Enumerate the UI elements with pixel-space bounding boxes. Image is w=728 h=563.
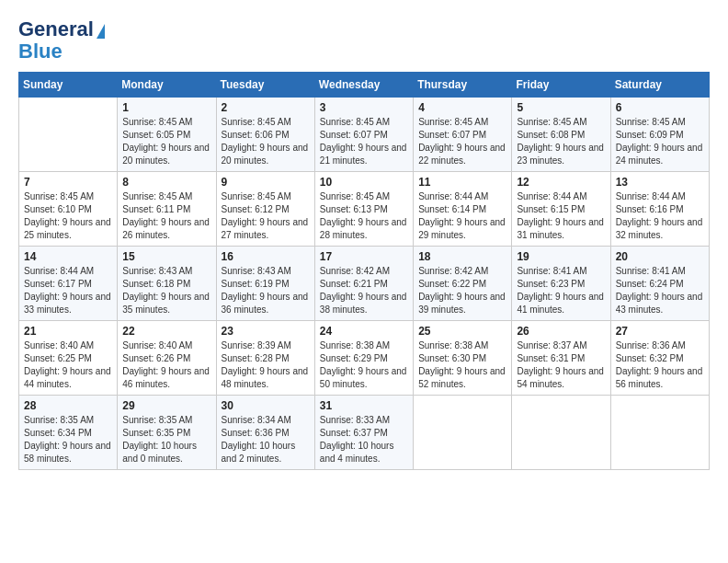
day-info: Sunrise: 8:45 AMSunset: 6:07 PMDaylight:… (418, 116, 506, 167)
calendar-cell (19, 98, 118, 172)
calendar-cell: 25Sunrise: 8:38 AMSunset: 6:30 PMDayligh… (414, 321, 512, 396)
day-number: 19 (517, 250, 605, 263)
day-number: 26 (517, 325, 605, 338)
day-number: 3 (320, 101, 408, 114)
logo-blue: Blue (18, 40, 63, 63)
day-info: Sunrise: 8:43 AMSunset: 6:18 PMDaylight:… (122, 265, 210, 316)
day-info: Sunrise: 8:38 AMSunset: 6:30 PMDaylight:… (418, 339, 506, 391)
day-number: 29 (122, 399, 210, 412)
calendar-table: SundayMondayTuesdayWednesdayThursdayFrid… (18, 72, 710, 470)
calendar-week-row: 14Sunrise: 8:44 AMSunset: 6:17 PMDayligh… (19, 247, 710, 321)
day-number: 30 (222, 399, 310, 412)
day-number: 27 (616, 325, 704, 338)
logo-general: General (18, 18, 94, 40)
day-number: 17 (320, 250, 408, 263)
day-number: 11 (418, 176, 506, 189)
day-info: Sunrise: 8:45 AMSunset: 6:05 PMDaylight:… (122, 116, 210, 167)
calendar-cell: 29Sunrise: 8:35 AMSunset: 6:35 PMDayligh… (118, 396, 216, 470)
day-info: Sunrise: 8:45 AMSunset: 6:10 PMDaylight:… (24, 190, 112, 242)
calendar-cell: 9Sunrise: 8:45 AMSunset: 6:12 PMDaylight… (216, 172, 314, 247)
weekday-header-row: SundayMondayTuesdayWednesdayThursdayFrid… (19, 73, 710, 98)
calendar-cell: 6Sunrise: 8:45 AMSunset: 6:09 PMDaylight… (610, 98, 709, 172)
calendar-week-row: 1Sunrise: 8:45 AMSunset: 6:05 PMDaylight… (19, 98, 710, 172)
day-info: Sunrise: 8:33 AMSunset: 6:37 PMDaylight:… (320, 414, 408, 465)
day-number: 5 (517, 101, 605, 114)
day-info: Sunrise: 8:38 AMSunset: 6:29 PMDaylight:… (320, 339, 408, 391)
calendar-cell: 14Sunrise: 8:44 AMSunset: 6:17 PMDayligh… (19, 247, 118, 321)
calendar-cell: 3Sunrise: 8:45 AMSunset: 6:07 PMDaylight… (314, 98, 413, 172)
calendar-cell: 1Sunrise: 8:45 AMSunset: 6:05 PMDaylight… (118, 98, 216, 172)
day-info: Sunrise: 8:45 AMSunset: 6:06 PMDaylight:… (222, 116, 310, 167)
day-info: Sunrise: 8:45 AMSunset: 6:07 PMDaylight:… (320, 116, 408, 167)
day-info: Sunrise: 8:45 AMSunset: 6:09 PMDaylight:… (616, 116, 704, 167)
day-info: Sunrise: 8:42 AMSunset: 6:22 PMDaylight:… (418, 265, 506, 316)
calendar-cell: 4Sunrise: 8:45 AMSunset: 6:07 PMDaylight… (414, 98, 512, 172)
day-number: 15 (122, 250, 210, 263)
calendar-cell: 10Sunrise: 8:45 AMSunset: 6:13 PMDayligh… (314, 172, 413, 247)
day-number: 18 (418, 250, 506, 263)
calendar-cell: 27Sunrise: 8:36 AMSunset: 6:32 PMDayligh… (610, 321, 709, 396)
day-number: 8 (122, 176, 210, 189)
calendar-cell: 17Sunrise: 8:42 AMSunset: 6:21 PMDayligh… (314, 247, 413, 321)
day-info: Sunrise: 8:41 AMSunset: 6:23 PMDaylight:… (517, 265, 605, 316)
day-info: Sunrise: 8:39 AMSunset: 6:28 PMDaylight:… (222, 339, 310, 391)
day-number: 16 (222, 250, 310, 263)
day-info: Sunrise: 8:36 AMSunset: 6:32 PMDaylight:… (616, 339, 704, 391)
calendar-cell: 30Sunrise: 8:34 AMSunset: 6:36 PMDayligh… (216, 396, 314, 470)
day-number: 10 (320, 176, 408, 189)
calendar-week-row: 7Sunrise: 8:45 AMSunset: 6:10 PMDaylight… (19, 172, 710, 247)
day-info: Sunrise: 8:45 AMSunset: 6:11 PMDaylight:… (122, 190, 210, 242)
day-number: 31 (320, 399, 408, 412)
day-info: Sunrise: 8:45 AMSunset: 6:13 PMDaylight:… (320, 190, 408, 242)
day-info: Sunrise: 8:44 AMSunset: 6:16 PMDaylight:… (616, 190, 704, 242)
day-info: Sunrise: 8:43 AMSunset: 6:19 PMDaylight:… (222, 265, 310, 316)
day-number: 4 (418, 101, 506, 114)
day-number: 23 (222, 325, 310, 338)
calendar-cell: 20Sunrise: 8:41 AMSunset: 6:24 PMDayligh… (610, 247, 709, 321)
day-info: Sunrise: 8:40 AMSunset: 6:26 PMDaylight:… (122, 339, 210, 391)
weekday-header-saturday: Saturday (610, 73, 709, 98)
calendar-cell: 15Sunrise: 8:43 AMSunset: 6:18 PMDayligh… (118, 247, 216, 321)
weekday-header-thursday: Thursday (414, 73, 512, 98)
weekday-header-friday: Friday (512, 73, 610, 98)
day-number: 25 (418, 325, 506, 338)
day-number: 28 (24, 399, 112, 412)
calendar-cell: 26Sunrise: 8:37 AMSunset: 6:31 PMDayligh… (512, 321, 610, 396)
day-info: Sunrise: 8:34 AMSunset: 6:36 PMDaylight:… (222, 414, 310, 465)
day-number: 14 (24, 250, 112, 263)
day-info: Sunrise: 8:37 AMSunset: 6:31 PMDaylight:… (517, 339, 605, 391)
calendar-cell: 28Sunrise: 8:35 AMSunset: 6:34 PMDayligh… (19, 396, 118, 470)
day-number: 6 (616, 101, 704, 114)
day-info: Sunrise: 8:45 AMSunset: 6:08 PMDaylight:… (517, 116, 605, 167)
calendar-cell: 24Sunrise: 8:38 AMSunset: 6:29 PMDayligh… (314, 321, 413, 396)
calendar-cell: 7Sunrise: 8:45 AMSunset: 6:10 PMDaylight… (19, 172, 118, 247)
calendar-cell: 18Sunrise: 8:42 AMSunset: 6:22 PMDayligh… (414, 247, 512, 321)
logo-triangle-icon (97, 24, 105, 39)
calendar-cell: 23Sunrise: 8:39 AMSunset: 6:28 PMDayligh… (216, 321, 314, 396)
calendar-week-row: 28Sunrise: 8:35 AMSunset: 6:34 PMDayligh… (19, 396, 710, 470)
calendar-cell: 16Sunrise: 8:43 AMSunset: 6:19 PMDayligh… (216, 247, 314, 321)
day-number: 12 (517, 176, 605, 189)
calendar-cell (414, 396, 512, 470)
day-info: Sunrise: 8:42 AMSunset: 6:21 PMDaylight:… (320, 265, 408, 316)
calendar-cell (512, 396, 610, 470)
calendar-cell: 8Sunrise: 8:45 AMSunset: 6:11 PMDaylight… (118, 172, 216, 247)
logo: General Blue (18, 18, 105, 63)
calendar-cell: 31Sunrise: 8:33 AMSunset: 6:37 PMDayligh… (314, 396, 413, 470)
day-number: 21 (24, 325, 112, 338)
calendar-cell: 21Sunrise: 8:40 AMSunset: 6:25 PMDayligh… (19, 321, 118, 396)
calendar-cell: 19Sunrise: 8:41 AMSunset: 6:23 PMDayligh… (512, 247, 610, 321)
day-number: 24 (320, 325, 408, 338)
day-info: Sunrise: 8:44 AMSunset: 6:15 PMDaylight:… (517, 190, 605, 242)
day-info: Sunrise: 8:35 AMSunset: 6:35 PMDaylight:… (122, 414, 210, 465)
day-number: 2 (222, 101, 310, 114)
weekday-header-wednesday: Wednesday (314, 73, 413, 98)
day-info: Sunrise: 8:44 AMSunset: 6:17 PMDaylight:… (24, 265, 112, 316)
calendar-cell: 2Sunrise: 8:45 AMSunset: 6:06 PMDaylight… (216, 98, 314, 172)
calendar-week-row: 21Sunrise: 8:40 AMSunset: 6:25 PMDayligh… (19, 321, 710, 396)
calendar-cell: 22Sunrise: 8:40 AMSunset: 6:26 PMDayligh… (118, 321, 216, 396)
day-number: 20 (616, 250, 704, 263)
calendar-cell (610, 396, 709, 470)
calendar-cell: 11Sunrise: 8:44 AMSunset: 6:14 PMDayligh… (414, 172, 512, 247)
day-number: 7 (24, 176, 112, 189)
